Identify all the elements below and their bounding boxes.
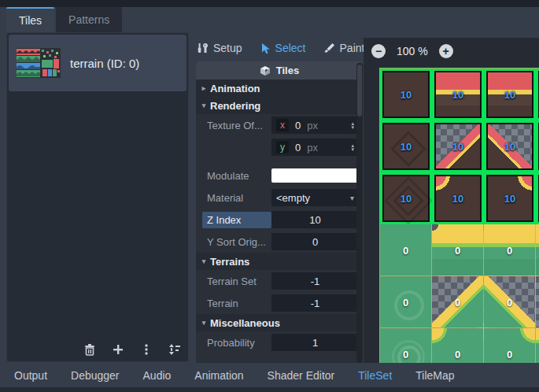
atlas-tile[interactable]: 0: [536, 224, 539, 276]
atlas-tile[interactable]: 10: [536, 68, 539, 120]
chevron-down-icon: ▾: [199, 102, 209, 109]
property-terrain-set: Terrain Set -1: [196, 270, 363, 292]
atlas-tile[interactable]: 10: [432, 172, 484, 224]
atlas-tile[interactable]: 10: [484, 120, 536, 172]
tile-z-index-label: 10: [382, 141, 430, 153]
z-index-label[interactable]: Z Index: [202, 212, 271, 228]
bottom-bar-item-output[interactable]: Output: [14, 369, 47, 382]
editor-top-divider: [0, 0, 539, 7]
trash-icon: [83, 343, 96, 356]
tile-z-index-label: 10: [434, 89, 482, 101]
setup-tool-label: Setup: [213, 42, 242, 54]
section-animation[interactable]: ▸ Animation: [196, 80, 363, 97]
bottom-bar-item-animation[interactable]: Animation: [194, 369, 243, 382]
atlas-tile[interactable]: 10: [484, 68, 536, 120]
source-tabs: Tiles Patterns: [6, 7, 122, 32]
spinner-updown-icon[interactable]: ▴▾: [351, 121, 354, 129]
atlas-tile[interactable]: 10: [536, 172, 539, 224]
spinner-updown-icon[interactable]: ▴▾: [351, 143, 354, 151]
tab-patterns[interactable]: Patterns: [56, 7, 122, 32]
source-item-label: terrain (ID: 0): [70, 57, 139, 70]
atlas-tile[interactable]: 10: [536, 120, 539, 172]
tile-z-index-label: 10: [486, 193, 533, 205]
atlas-tile[interactable]: 0: [432, 224, 484, 276]
bottom-bar-item-debugger[interactable]: Debugger: [71, 369, 120, 382]
tile-inspector: Tiles ▸ Animation ▾ Rendering Texture Of…: [196, 61, 363, 363]
terrain-field[interactable]: -1: [271, 294, 359, 312]
y-sort-origin-field[interactable]: 0: [271, 233, 359, 250]
zoom-level: 100 %: [397, 45, 428, 57]
atlas-tile[interactable]: 0: [484, 224, 536, 276]
bottom-bar-item-audio[interactable]: Audio: [143, 369, 172, 382]
atlas-tile[interactable]: 0: [432, 328, 484, 363]
modulate-label: Modulate: [207, 170, 271, 182]
atlas-tile[interactable]: 0: [536, 328, 539, 363]
atlas-tile[interactable]: 0: [380, 276, 432, 328]
delete-source-button[interactable]: [81, 341, 98, 358]
terrain-set-field[interactable]: -1: [271, 272, 359, 290]
select-tool-button[interactable]: Select: [260, 42, 306, 54]
atlas-grid: 101010101010101010101010000000000000: [379, 68, 539, 363]
atlas-tile[interactable]: 10: [380, 120, 432, 172]
atlas-tile[interactable]: 0: [536, 276, 539, 328]
inspector-scrollbar[interactable]: [356, 63, 363, 363]
tile-z-index-label: 10: [486, 89, 533, 101]
section-rendering-label: Rendering: [210, 100, 260, 112]
sort-sources-button[interactable]: [166, 341, 183, 358]
material-value: <empty: [276, 192, 310, 204]
atlas-tile[interactable]: 0: [380, 328, 432, 363]
material-dropdown[interactable]: <empty ▾: [271, 189, 359, 206]
section-terrains[interactable]: ▾ Terrains: [196, 253, 363, 270]
section-miscellaneous[interactable]: ▾ Miscellaneous: [196, 314, 363, 331]
source-toolbar: [81, 341, 183, 358]
section-miscellaneous-label: Miscellaneous: [210, 317, 280, 329]
chevron-down-icon: ▾: [350, 194, 354, 202]
inspector-title: Tiles: [276, 65, 299, 76]
paint-tool-label: Paint: [340, 42, 365, 54]
atlas-tile[interactable]: 0: [484, 276, 536, 328]
tile-z-index-label: 10: [434, 193, 482, 205]
tile-z-index-label: 0: [484, 244, 535, 256]
property-modulate: Modulate: [196, 165, 363, 187]
texture-origin-x-value: 0: [295, 120, 301, 131]
bottom-bar-item-tileset[interactable]: TileSet: [358, 369, 392, 382]
property-texture-origin-y: y 0 px ▴▾: [196, 136, 363, 158]
probability-field[interactable]: 1: [271, 334, 359, 351]
atlas-tile[interactable]: 10: [432, 120, 484, 172]
texture-origin-x-field[interactable]: x 0 px ▴▾: [271, 116, 359, 134]
zoom-out-button[interactable]: −: [371, 44, 386, 58]
setup-tool-button[interactable]: Setup: [197, 42, 242, 54]
zoom-toolbar: − 100 % +: [371, 44, 453, 58]
paint-tool-button[interactable]: Paint: [323, 42, 365, 54]
atlas-tile[interactable]: 10: [380, 172, 432, 224]
atlas-tile[interactable]: 10: [432, 68, 484, 120]
z-index-field[interactable]: 10: [271, 211, 359, 228]
terrain-set-value: -1: [311, 276, 320, 287]
terrain-set-label: Terrain Set: [207, 276, 271, 287]
section-rendering[interactable]: ▾ Rendering: [196, 97, 363, 114]
section-terrains-label: Terrains: [210, 256, 249, 268]
texture-origin-y-field[interactable]: y 0 px ▴▾: [271, 139, 359, 156]
property-z-index: Z Index 10: [196, 209, 363, 231]
atlas-tile[interactable]: 10: [484, 172, 536, 224]
scrollbar-grabber[interactable]: [357, 65, 362, 116]
atlas-tile[interactable]: 0: [484, 328, 536, 363]
tile-z-index-label: 0: [432, 244, 483, 256]
source-list-item-terrain[interactable]: terrain (ID: 0): [9, 35, 186, 91]
property-texture-origin-x: Texture Of... x 0 px ▴▾: [196, 114, 363, 136]
plus-icon: [112, 343, 124, 356]
atlas-tile[interactable]: 10: [380, 68, 432, 120]
add-source-button[interactable]: [109, 341, 127, 358]
atlas-tile[interactable]: 0: [432, 276, 484, 328]
source-menu-button[interactable]: [138, 341, 155, 358]
tab-tiles[interactable]: Tiles: [6, 7, 54, 32]
bottom-bar-item-shader-editor[interactable]: Shader Editor: [268, 369, 335, 382]
probability-label: Probability: [207, 337, 271, 349]
atlas-tile[interactable]: 0: [380, 224, 432, 276]
zoom-in-button[interactable]: +: [439, 44, 453, 58]
modulate-color-picker[interactable]: [271, 168, 359, 183]
tileset-thumbnail: [17, 48, 61, 78]
inspector-header: Tiles: [196, 61, 363, 80]
bottom-bar-item-tilemap[interactable]: TileMap: [415, 369, 454, 382]
px-unit-label: px: [307, 142, 318, 153]
